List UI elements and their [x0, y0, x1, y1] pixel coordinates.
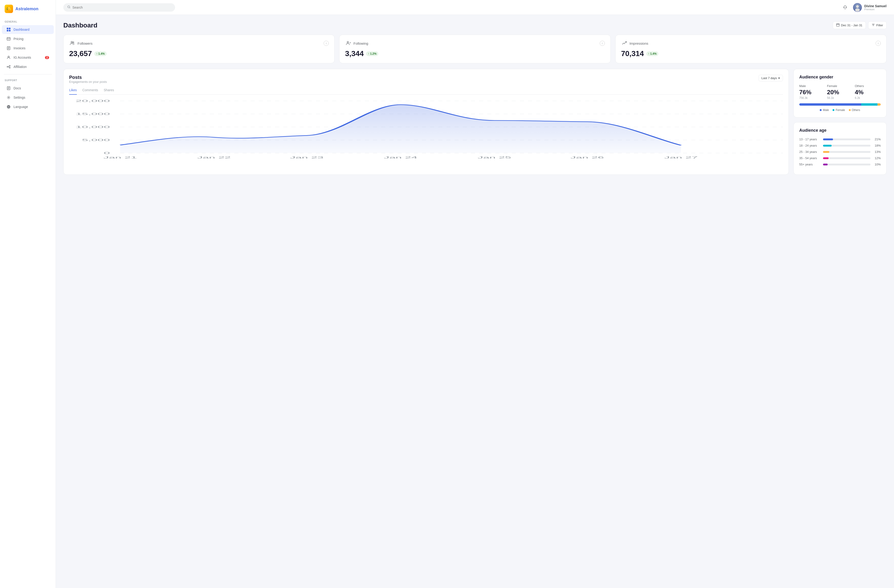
- age-pct-4: 10%: [873, 163, 881, 166]
- app-logo[interactable]: 🍋 Astralemon: [0, 5, 56, 19]
- svg-rect-17: [837, 24, 839, 26]
- dashboard-content: Dashboard Dec 31 - Jan 31: [56, 15, 894, 588]
- male-legend-label: Male: [823, 109, 829, 112]
- sidebar-item-ig-accounts[interactable]: IG Accounts 2: [2, 53, 54, 62]
- affiliation-icon: [6, 65, 11, 69]
- notification-button[interactable]: [841, 3, 849, 12]
- settings-icon: [6, 95, 11, 100]
- user-info[interactable]: Divine Samuel Premium: [853, 3, 886, 12]
- ig-accounts-badge: 2: [45, 56, 49, 59]
- age-label-3: 35 - 54 years: [799, 156, 820, 160]
- age-group-0: 13 - 17 years 21%: [799, 137, 881, 141]
- impressions-info-button[interactable]: i: [876, 41, 881, 46]
- posts-tabs: Likes Comments Shares: [69, 88, 783, 95]
- legend-others: Others: [849, 109, 860, 112]
- stats-row: Followers i 23,657 ↑ 1.4%: [63, 35, 886, 63]
- impressions-label: Impressions: [630, 41, 648, 45]
- language-label: Language: [14, 105, 28, 109]
- age-group-1: 18 - 24 years 18%: [799, 144, 881, 147]
- docs-icon: [6, 86, 11, 90]
- svg-point-13: [68, 6, 70, 8]
- page-title: Dashboard: [63, 22, 97, 29]
- age-label-2: 25 - 34 years: [799, 150, 820, 154]
- impressions-icon: [621, 40, 628, 47]
- gender-others: Others 4% 6.2k: [855, 84, 881, 100]
- followers-info-button[interactable]: i: [324, 41, 329, 46]
- gender-legend: Male Female Others: [799, 109, 881, 112]
- sidebar-item-invoices[interactable]: Invoices: [2, 44, 54, 53]
- sidebar-item-language[interactable]: Language: [2, 103, 54, 111]
- svg-text:Jan 25: Jan 25: [477, 156, 511, 159]
- search-box[interactable]: [63, 3, 175, 12]
- age-label-1: 18 - 24 years: [799, 144, 820, 147]
- svg-text:Jan 21: Jan 21: [103, 156, 137, 159]
- others-label: Others: [855, 84, 881, 88]
- age-bar-bg-0: [823, 139, 870, 140]
- followers-value: 23,657: [69, 49, 92, 58]
- support-section-label: SUPPORT: [0, 79, 56, 83]
- tab-likes[interactable]: Likes: [69, 88, 77, 95]
- dashboard-icon: [6, 27, 11, 32]
- age-bar-fill-3: [823, 157, 829, 159]
- sidebar-item-docs[interactable]: Docs: [2, 84, 54, 93]
- following-card: Following i 3,344 ↑ 1.2%: [339, 35, 610, 63]
- svg-text:Jan 24: Jan 24: [384, 156, 417, 159]
- following-growth: ↑ 1.2%: [366, 51, 378, 56]
- header: Divine Samuel Premium: [56, 0, 894, 15]
- legend-female: Female: [832, 109, 845, 112]
- male-label: Male: [799, 84, 825, 88]
- sidebar-item-dashboard[interactable]: Dashboard: [2, 25, 54, 34]
- gender-bar: [799, 103, 881, 106]
- date-range-button[interactable]: Dec 31 - Jan 31: [833, 21, 866, 29]
- male-count: 756.3k: [799, 96, 825, 100]
- gender-bar-male: [799, 103, 861, 106]
- calendar-icon: [836, 23, 840, 27]
- gender-bar-others: [877, 103, 881, 106]
- following-info-button[interactable]: i: [600, 41, 605, 46]
- age-group-4: 55+ years 10%: [799, 163, 881, 166]
- followers-label: Followers: [77, 41, 92, 45]
- filter-button[interactable]: Filter: [868, 21, 886, 29]
- gender-bar-female: [861, 103, 877, 106]
- general-section-label: GENERAL: [0, 21, 56, 25]
- male-pct: 76%: [799, 89, 825, 96]
- impressions-value: 70,314: [621, 49, 644, 58]
- svg-point-20: [347, 41, 349, 43]
- female-legend-label: Female: [835, 109, 845, 112]
- impressions-card: Impressions i 70,314 ↑ 1.4%: [615, 35, 886, 63]
- posts-subtitle: Engagements on your posts: [69, 80, 107, 83]
- search-input[interactable]: [72, 6, 171, 9]
- tab-comments[interactable]: Comments: [82, 88, 98, 95]
- pricing-icon: [6, 37, 11, 41]
- age-label-0: 13 - 17 years: [799, 137, 820, 141]
- others-pct: 4%: [855, 89, 881, 96]
- svg-point-11: [8, 97, 9, 98]
- period-button[interactable]: Last 7 days ▾: [758, 75, 783, 81]
- others-dot: [849, 109, 851, 111]
- followers-growth: ↑ 1.4%: [94, 51, 107, 56]
- logo-icon: 🍋: [5, 5, 13, 13]
- female-dot: [832, 109, 834, 111]
- male-dot: [820, 109, 822, 111]
- svg-text:10,000: 10,000: [76, 125, 110, 128]
- sidebar-item-affiliation[interactable]: Affiliation: [2, 62, 54, 71]
- age-bar-bg-4: [823, 164, 870, 166]
- impressions-growth: ↑ 1.4%: [646, 51, 658, 56]
- ig-accounts-icon: [6, 55, 11, 60]
- invoices-icon: [6, 46, 11, 50]
- sidebar-item-settings[interactable]: Settings: [2, 93, 54, 102]
- age-group-2: 25 - 34 years 13%: [799, 150, 881, 154]
- sidebar-item-pricing[interactable]: Pricing: [2, 35, 54, 43]
- header-right: Divine Samuel Premium: [841, 3, 886, 12]
- sidebar: 🍋 Astralemon GENERAL Dashboard Pricing: [0, 0, 56, 588]
- tab-shares[interactable]: Shares: [104, 88, 114, 95]
- audience-gender-card: Audience gender Male 76% 756.3k Female 2…: [793, 69, 886, 118]
- filter-icon: [871, 23, 875, 27]
- female-pct: 20%: [827, 89, 853, 96]
- svg-text:20,000: 20,000: [76, 100, 110, 103]
- gender-male: Male 76% 756.3k: [799, 84, 825, 100]
- bottom-grid: Posts Engagements on your posts Last 7 d…: [63, 69, 886, 175]
- others-count: 6.2k: [855, 96, 881, 100]
- age-pct-2: 13%: [873, 150, 881, 154]
- posts-chart: 20,000 15,000 10,000 5,000 0: [69, 98, 783, 164]
